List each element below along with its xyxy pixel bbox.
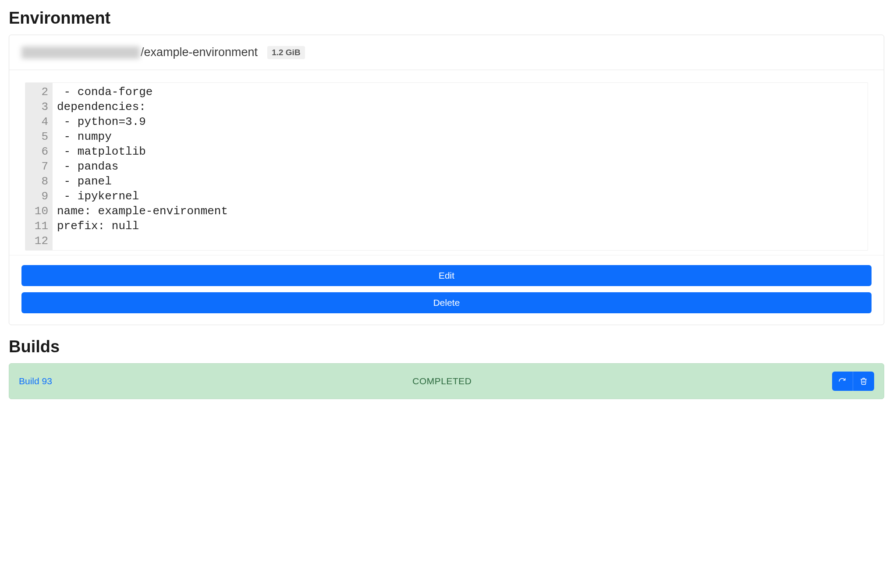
code-line: - numpy xyxy=(57,129,863,144)
environment-path: /example-environment xyxy=(21,46,258,59)
code-line: - python=3.9 xyxy=(57,114,863,129)
environment-card-header: /example-environment 1.2 GiB xyxy=(9,35,884,70)
code-line: - ipykernel xyxy=(57,189,863,204)
build-status: COMPLETED xyxy=(412,376,471,386)
line-number: 12 xyxy=(32,234,48,248)
environment-buttons: Edit Delete xyxy=(9,255,884,325)
refresh-button[interactable] xyxy=(832,372,853,391)
code-line: prefix: null xyxy=(57,219,863,234)
code-editor[interactable]: 23456789101112 - conda-forgedependencies… xyxy=(25,82,868,251)
line-number: 9 xyxy=(32,189,48,204)
redacted-host xyxy=(21,46,140,59)
environment-path-suffix: /example-environment xyxy=(141,46,258,59)
builds-heading: Builds xyxy=(9,337,884,356)
code-gutter: 23456789101112 xyxy=(25,83,53,250)
delete-button[interactable]: Delete xyxy=(21,292,872,313)
build-actions xyxy=(832,372,874,391)
environment-card: /example-environment 1.2 GiB 23456789101… xyxy=(9,35,884,325)
code-area: 23456789101112 - conda-forgedependencies… xyxy=(9,70,884,255)
edit-button[interactable]: Edit xyxy=(21,265,872,286)
code-line: dependencies: xyxy=(57,99,863,114)
code-line: - pandas xyxy=(57,159,863,174)
environment-size-badge: 1.2 GiB xyxy=(267,46,305,59)
build-delete-button[interactable] xyxy=(853,372,874,391)
line-number: 10 xyxy=(32,204,48,219)
environment-heading: Environment xyxy=(9,9,884,28)
code-lines: - conda-forgedependencies: - python=3.9 … xyxy=(53,83,868,250)
code-line: - panel xyxy=(57,174,863,189)
line-number: 8 xyxy=(32,174,48,189)
code-line: - matplotlib xyxy=(57,144,863,159)
build-link[interactable]: Build 93 xyxy=(19,376,52,386)
trash-icon xyxy=(860,377,868,385)
line-number: 6 xyxy=(32,144,48,159)
line-number: 4 xyxy=(32,114,48,129)
refresh-icon xyxy=(838,377,846,385)
code-line: name: example-environment xyxy=(57,204,863,219)
code-line: - conda-forge xyxy=(57,85,863,99)
line-number: 2 xyxy=(32,85,48,99)
line-number: 11 xyxy=(32,219,48,234)
line-number: 3 xyxy=(32,99,48,114)
line-number: 5 xyxy=(32,129,48,144)
line-number: 7 xyxy=(32,159,48,174)
build-row: Build 93 COMPLETED xyxy=(9,363,884,399)
code-line xyxy=(57,234,863,248)
